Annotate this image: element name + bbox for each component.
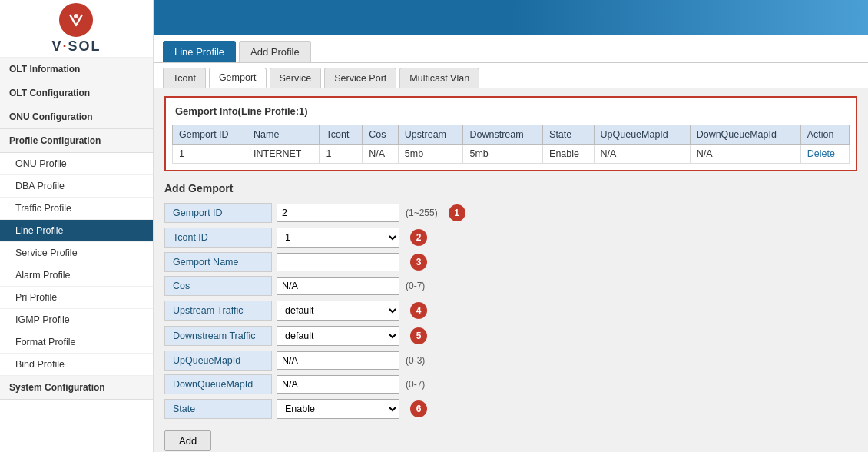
hint-upqueue: (0-3) xyxy=(406,355,425,366)
badge-2: 2 xyxy=(410,229,427,246)
cell-tcont: 1 xyxy=(320,145,363,164)
form-row-gemport-name: Gemport Name 3 xyxy=(164,251,857,273)
label-downstream-traffic: Downstream Traffic xyxy=(164,326,272,346)
vsol-icon xyxy=(59,3,93,37)
input-area-gemport-name: 3 xyxy=(272,251,432,273)
cell-upstream: 5mb xyxy=(398,145,463,164)
add-gemport-title: Add Gemport xyxy=(164,182,857,194)
form-row-tcont-id: Tcont ID 1 2 xyxy=(164,226,857,249)
gemport-info-title: Gemport Info(Line Profile:1) xyxy=(172,104,850,118)
badge-1: 1 xyxy=(449,204,465,221)
sidebar-item-bind-profile[interactable]: Bind Profile xyxy=(0,354,153,376)
sub-tab-gemport[interactable]: Gemport xyxy=(209,68,267,88)
sub-tab-service-port[interactable]: Service Port xyxy=(324,68,396,88)
main-area: Line Profile Add Profile Tcont Gemport S… xyxy=(154,0,868,452)
badge-4: 4 xyxy=(410,302,427,319)
badge-5: 5 xyxy=(410,327,427,344)
form-row-downstream-traffic: Downstream Traffic default 5 xyxy=(164,324,857,347)
add-gemport-section: Add Gemport Gemport ID (1~255) 1 Tcont I… xyxy=(164,182,857,451)
gemport-id-input[interactable] xyxy=(277,204,399,222)
state-select[interactable]: Enable Disable xyxy=(277,399,399,419)
upqueue-input[interactable] xyxy=(277,351,399,370)
col-upqueue: UpQueueMapId xyxy=(594,125,690,145)
input-area-gemport-id: (1~255) 1 xyxy=(272,202,470,224)
input-area-state: Enable Disable 6 xyxy=(272,397,432,420)
hint-cos: (0-7) xyxy=(406,281,425,291)
col-downqueue: DownQueueMapId xyxy=(690,125,800,145)
sidebar-item-dba-profile[interactable]: DBA Profile xyxy=(0,175,153,198)
sidebar-item-olt-configuration[interactable]: OLT Configuration xyxy=(0,81,153,105)
col-downstream: Downstream xyxy=(463,125,543,145)
sidebar-item-system-configuration[interactable]: System Configuration xyxy=(0,376,153,400)
main-tab-bar: Line Profile Add Profile xyxy=(154,35,868,63)
label-tcont-id: Tcont ID xyxy=(164,228,272,248)
label-upqueue: UpQueueMapId xyxy=(164,351,272,371)
sidebar-item-onu-configuration[interactable]: ONU Configuration xyxy=(0,105,153,129)
label-cos: Cos xyxy=(164,276,272,296)
input-area-downstream-traffic: default 5 xyxy=(272,324,432,347)
form-row-downqueue: DownQueueMapId (0-7) xyxy=(164,374,857,395)
cell-state: Enable xyxy=(543,145,594,164)
col-cos: Cos xyxy=(363,125,399,145)
badge-3: 3 xyxy=(410,254,427,271)
label-upstream-traffic: Upstream Traffic xyxy=(164,301,272,321)
sidebar-item-onu-profile[interactable]: ONU Profile xyxy=(0,153,153,175)
sub-tab-tcont[interactable]: Tcont xyxy=(163,68,206,88)
cell-name: INTERNET xyxy=(247,145,320,164)
sidebar-item-service-profile[interactable]: Service Profile xyxy=(0,242,153,264)
sidebar-item-traffic-profile[interactable]: Traffic Profile xyxy=(0,198,153,220)
hint-downqueue: (0-7) xyxy=(406,379,425,390)
col-upstream: Upstream xyxy=(398,125,463,145)
sidebar-item-profile-configuration[interactable]: Profile Configuration xyxy=(0,129,153,153)
sidebar-item-format-profile[interactable]: Format Profile xyxy=(0,331,153,354)
delete-button[interactable]: Delete xyxy=(800,145,849,164)
svg-point-0 xyxy=(65,9,87,31)
sidebar-item-igmp-profile[interactable]: IGMP Profile xyxy=(0,309,153,331)
input-area-downqueue: (0-7) xyxy=(272,374,429,395)
cos-input[interactable] xyxy=(277,277,399,295)
gemport-info-box: Gemport Info(Line Profile:1) Gemport ID … xyxy=(164,96,857,171)
form-row-gemport-id: Gemport ID (1~255) 1 xyxy=(164,202,857,224)
table-row: 1 INTERNET 1 N/A 5mb 5mb Enable N/A N/A … xyxy=(173,145,850,164)
sub-tab-multicast-vlan[interactable]: Multicast Vlan xyxy=(399,68,479,88)
label-gemport-id: Gemport ID xyxy=(164,203,272,223)
sidebar-item-olt-information[interactable]: OLT Information xyxy=(0,58,153,81)
col-tcont: Tcont xyxy=(320,125,363,145)
tab-add-profile[interactable]: Add Profile xyxy=(239,41,311,62)
sidebar-item-pri-profile[interactable]: Pri Profile xyxy=(0,287,153,309)
sidebar-item-line-profile[interactable]: Line Profile xyxy=(0,220,153,242)
upstream-traffic-select[interactable]: default xyxy=(277,301,399,321)
tab-line-profile[interactable]: Line Profile xyxy=(163,41,236,62)
form-row-cos: Cos (0-7) xyxy=(164,275,857,297)
cell-downstream: 5mb xyxy=(463,145,543,164)
downstream-traffic-select[interactable]: default xyxy=(277,326,399,346)
input-area-upqueue: (0-3) xyxy=(272,350,429,371)
downqueue-input[interactable] xyxy=(277,375,399,394)
sidebar-menu: OLT Information OLT Configuration ONU Co… xyxy=(0,58,153,452)
form-row-upqueue: UpQueueMapId (0-3) xyxy=(164,350,857,371)
col-gemport-id: Gemport ID xyxy=(173,125,247,145)
input-area-upstream-traffic: default 4 xyxy=(272,299,432,322)
cell-cos: N/A xyxy=(363,145,399,164)
label-downqueue: DownQueueMapId xyxy=(164,374,272,394)
input-area-cos: (0-7) xyxy=(272,275,429,297)
vsol-logo: V·SOL xyxy=(51,3,101,55)
sidebar-item-alarm-profile[interactable]: Alarm Profile xyxy=(0,264,153,287)
sub-tab-service[interactable]: Service xyxy=(270,68,322,88)
tcont-id-select[interactable]: 1 xyxy=(277,228,399,248)
cell-down-queue: N/A xyxy=(690,145,800,164)
label-gemport-name: Gemport Name xyxy=(164,252,272,272)
vsol-text-label: V·SOL xyxy=(51,38,101,55)
add-gemport-button[interactable]: Add xyxy=(164,430,211,451)
form-row-upstream-traffic: Upstream Traffic default 4 xyxy=(164,299,857,322)
svg-point-1 xyxy=(74,14,78,18)
gemport-info-table: Gemport ID Name Tcont Cos Upstream Downs… xyxy=(172,125,850,164)
col-action: Action xyxy=(800,125,849,145)
logo-area: V·SOL xyxy=(0,0,153,58)
input-area-tcont-id: 1 2 xyxy=(272,226,432,249)
hint-gemport-id: (1~255) xyxy=(406,208,438,218)
content-area: Gemport Info(Line Profile:1) Gemport ID … xyxy=(154,88,868,452)
gemport-name-input[interactable] xyxy=(277,253,399,271)
cell-gemport-id: 1 xyxy=(173,145,247,164)
col-state: State xyxy=(543,125,594,145)
